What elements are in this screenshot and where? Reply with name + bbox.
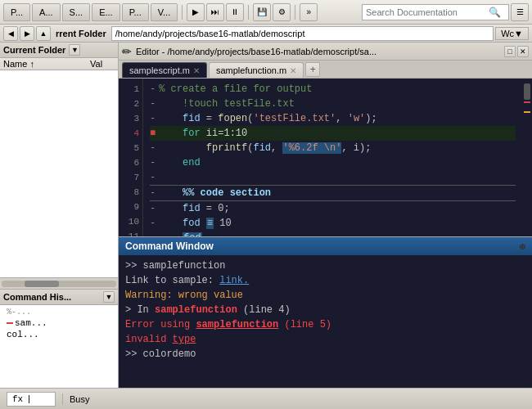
code-line: - fod ≡ 10 [150, 216, 516, 231]
red-dash-icon [7, 322, 13, 324]
bp-indicator: - [150, 231, 156, 236]
search-input[interactable] [366, 7, 489, 17]
run-button[interactable]: ▶ [187, 3, 205, 21]
code-line: - fid = 0; [150, 201, 516, 216]
bp-indicator: - [150, 216, 156, 231]
cmd-window-content[interactable]: >> samplefunction Link to sample: link. … [119, 255, 532, 388]
folder-path-input[interactable] [111, 26, 494, 41]
bp-indicator: - [150, 170, 156, 185]
tab-samplefunction[interactable]: samplefunction.m ✕ [209, 62, 304, 78]
filter-btn[interactable]: ☰ [511, 3, 529, 21]
cmd-fn-link[interactable]: samplefunction [155, 304, 237, 316]
file-list [0, 70, 118, 277]
scroll-mark-warn [524, 111, 530, 113]
toolbar-tab-s[interactable]: S... [62, 3, 91, 21]
toolbar-separator2 [248, 5, 249, 20]
code-line: - fprintf(fid, '%6.2f \n', i); [150, 141, 516, 155]
search-box: 🔍 [362, 4, 509, 20]
scroll-thumb[interactable] [524, 83, 530, 100]
cmd-type-underline: type [173, 334, 196, 345]
settings-btn[interactable]: ⚙ [273, 3, 291, 21]
bp-indicator: - [150, 82, 156, 97]
workspace-selector[interactable]: Wc▼ [495, 27, 529, 40]
left-panel: Current Folder ▼ Name ↑ Val Command His.… [0, 43, 119, 388]
toolbar-tab-a[interactable]: A... [32, 3, 61, 21]
toolbar-tab-p1[interactable]: P... [3, 3, 30, 21]
toolbar-tab-p2[interactable]: P... [122, 3, 149, 21]
forward-btn[interactable]: ▶ [20, 26, 34, 41]
editor-undock[interactable]: □ [504, 46, 516, 57]
tab-label: samplefunction.m [216, 65, 286, 75]
file-browser-title: Current Folder [3, 45, 65, 55]
cmd-output-line: invalid type [125, 332, 525, 347]
cmd-warning: Warning: wrong value [125, 290, 243, 301]
cmd-window-expand[interactable]: ⊕ [519, 242, 525, 251]
list-item[interactable]: sam... [7, 317, 111, 329]
status-text: Busy [70, 394, 89, 404]
cmd-output-line: Link to sample: link. [125, 273, 525, 288]
toolbar-separator [182, 5, 183, 20]
bp-indicator: - [150, 201, 156, 216]
editor-icon: ✏ [122, 45, 132, 58]
code-line: - %% code section [150, 185, 516, 201]
current-folder-label: rrent Folder [52, 29, 110, 38]
cmd-fn-err-link[interactable]: samplefunction [196, 319, 278, 330]
secondary-toolbar: ◀ ▶ ▲ rrent Folder Wc▼ [0, 25, 532, 43]
tab-close-icon[interactable]: ✕ [290, 66, 296, 75]
command-history-panel: Command His... ▼ %-... sam... col... [0, 290, 118, 388]
toolbar-tab-e[interactable]: E... [92, 3, 120, 21]
file-browser-expand[interactable]: ▼ [69, 44, 80, 56]
bp-indicator: - [150, 141, 156, 155]
toolbar-tab-v[interactable]: V... [151, 3, 178, 21]
scroll-track[interactable] [2, 281, 116, 287]
code-line: - fid = fopen('testFile.txt', 'w'); [150, 111, 516, 126]
line-num: 2 [119, 97, 139, 111]
editor-area: ✏ Editor - /home/andy/projects/base16-ma… [119, 43, 532, 388]
editor-scrollbar[interactable] [522, 79, 532, 236]
code-content[interactable]: - % create a file for output - !touch te… [143, 79, 522, 236]
pause-btn[interactable]: ⏸ [226, 3, 244, 21]
file-list-header: Name ↑ Val [0, 58, 118, 70]
editor-title: Editor - /home/andy/projects/base16-matl… [136, 47, 503, 56]
tab-samplescript[interactable]: samplescript.m ✕ [122, 62, 207, 78]
main-area: Current Folder ▼ Name ↑ Val Command His.… [0, 43, 532, 388]
line-num: 1 [119, 82, 139, 97]
code-text: for ii=1:10 [159, 126, 247, 141]
code-text: %% code section [159, 186, 271, 200]
tab-close-icon[interactable]: ✕ [193, 66, 200, 75]
cmd-output-line: Error using samplefunction (line 5) [125, 317, 525, 332]
line-num: 5 [119, 141, 139, 155]
code-line: - fod [150, 231, 516, 236]
scroll-thumb[interactable] [25, 281, 59, 287]
search-icon: 🔍 [489, 7, 501, 18]
code-line: - % create a file for output [150, 82, 516, 97]
list-item[interactable]: col... [7, 329, 111, 340]
back-btn[interactable]: ◀ [3, 26, 18, 41]
horizontal-scrollbar[interactable] [0, 277, 118, 289]
cmd-hist-text: sam... [15, 318, 47, 328]
code-line: - [150, 170, 516, 185]
editor-close[interactable]: ✕ [517, 46, 529, 57]
code-text: fid = fopen('testFile.txt', 'w'); [159, 111, 377, 126]
bp-indicator: - [150, 111, 156, 126]
code-text: fprintf(fid, '%6.2f \n', i); [159, 141, 371, 155]
save-btn[interactable]: 💾 [253, 3, 271, 21]
code-text: end [159, 155, 200, 170]
up-btn[interactable]: ▲ [36, 26, 51, 41]
cmd-error-text2: (line 5) [278, 319, 331, 330]
cmd-error-text: Error using [125, 319, 196, 330]
cmd-window-header: Command Window ⊕ [119, 237, 532, 255]
line-num: 4 [119, 126, 139, 141]
cmd-window-title: Command Window [125, 240, 214, 252]
step-btn[interactable]: ⏭ [206, 3, 224, 21]
cmd-text: Link to sample: [125, 275, 219, 286]
cmd-link[interactable]: link. [219, 275, 249, 286]
more-btn[interactable]: » [300, 3, 318, 21]
tab-add-button[interactable]: + [305, 62, 320, 77]
file-browser-header: Current Folder ▼ [0, 43, 118, 58]
code-editor[interactable]: 1 2 3 4 5 6 7 8 9 10 11 12 - % create a … [119, 79, 532, 236]
cmd-text: > In [125, 304, 155, 316]
cmd-history-expand[interactable]: ▼ [103, 291, 115, 303]
bp-indicator: - [150, 97, 156, 111]
line-num: 7 [119, 170, 139, 185]
